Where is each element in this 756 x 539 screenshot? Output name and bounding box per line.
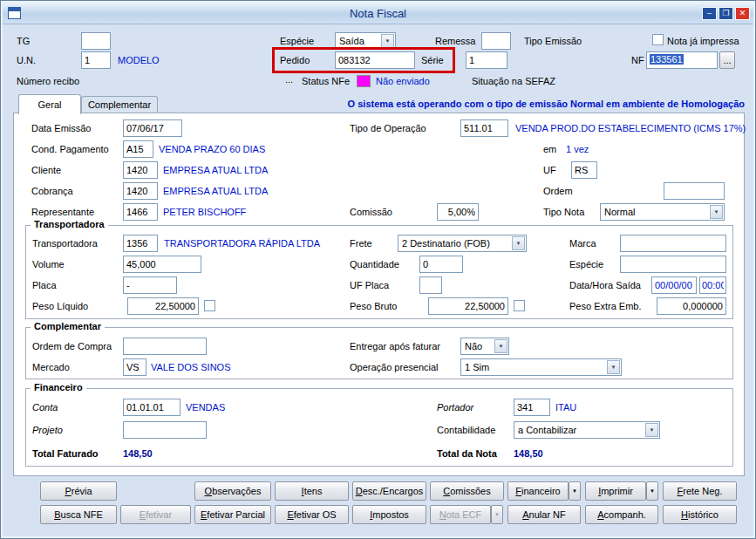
un-input[interactable]: [81, 51, 111, 69]
especie-label: Espécie: [280, 36, 314, 46]
tipo-operacao-desc: VENDA PROD.DO ESTABELECIMENTO (ICMS 17%): [515, 123, 746, 133]
acompanh-button[interactable]: Acompanh.: [585, 505, 658, 524]
cobranca-input[interactable]: [123, 182, 158, 200]
nf-label: NF: [631, 55, 644, 65]
chevron-down-icon[interactable]: ▼: [381, 34, 394, 48]
minimize-button[interactable]: –: [702, 7, 717, 20]
observacoes-button[interactable]: Observações: [194, 481, 271, 501]
frete-neg-button[interactable]: Frete Neg.: [663, 481, 737, 501]
financeiro-dropdown-button[interactable]: ▼: [569, 481, 581, 501]
projeto-input[interactable]: [123, 421, 207, 439]
cond-pagamento-desc: VENDA PRAZO 60 DIAS: [159, 144, 265, 154]
nf-input[interactable]: 133561: [646, 51, 718, 69]
tab-complementar[interactable]: Complementar: [81, 96, 158, 113]
maximize-button[interactable]: ❐: [719, 7, 733, 20]
contabilidade-label: Contabilidade: [437, 425, 495, 435]
anular-nf-button[interactable]: Anular NF: [507, 505, 581, 524]
ordem-compra-input[interactable]: [123, 338, 207, 355]
especie-emb-input[interactable]: [620, 256, 726, 273]
busca-nfe-button[interactable]: Busca NFE: [40, 505, 117, 524]
tg-input[interactable]: [81, 32, 111, 50]
nota-ja-impressa-label: Nota já impressa: [667, 36, 739, 46]
transportadora-group-title: Transportadora: [31, 219, 108, 229]
conta-label: Conta: [32, 402, 58, 413]
status-nfe-value: Não enviado: [376, 76, 430, 86]
tipo-operacao-label: Tipo de Operação: [350, 123, 426, 133]
titlebar[interactable]: Nota Fiscal – ❐ ✕: [3, 3, 753, 24]
uf-placa-input[interactable]: [419, 276, 442, 294]
peso-extra-input[interactable]: [657, 297, 726, 315]
especie-select[interactable]: Saída ▼: [335, 32, 396, 50]
data-saida-input[interactable]: [651, 276, 697, 294]
chevron-down-icon[interactable]: ▼: [512, 236, 525, 250]
tipo-emissao-label: Tipo Emissão: [524, 36, 582, 46]
numero-recibo-lookup[interactable]: ...: [285, 74, 293, 85]
entregar-apos-select[interactable]: Não ▼: [460, 338, 509, 355]
mercado-input[interactable]: [123, 358, 146, 376]
environment-banner: O sistema está operando com o tipo de em…: [219, 99, 745, 109]
uf-input[interactable]: [571, 161, 597, 179]
entregar-apos-label: Entregar após faturar: [350, 341, 440, 351]
operacao-presencial-value: 1 Sim: [465, 362, 489, 372]
cliente-input[interactable]: [123, 161, 158, 179]
cond-pagamento-input[interactable]: [123, 140, 153, 158]
comissao-label: Comissão: [350, 207, 392, 217]
serie-input[interactable]: [466, 51, 507, 69]
tab-geral[interactable]: Geral: [18, 94, 81, 114]
tipo-nota-select[interactable]: Normal ▼: [600, 203, 725, 221]
financeiro-button[interactable]: Financeiro: [507, 481, 569, 501]
chevron-down-icon[interactable]: ▼: [494, 339, 507, 353]
pedido-input[interactable]: [335, 51, 415, 69]
nota-fiscal-window: Nota Fiscal – ❐ ✕ TG Espécie Saída ▼ Rem…: [0, 0, 756, 539]
previa-button[interactable]: Prévia: [40, 481, 117, 501]
operacao-presencial-select[interactable]: 1 Sim ▼: [460, 358, 622, 376]
conta-input[interactable]: [123, 399, 180, 416]
ordem-label: Ordem: [543, 186, 573, 196]
quantidade-input[interactable]: [419, 256, 463, 273]
entregar-apos-value: Não: [465, 341, 482, 351]
nota-ja-impressa-checkbox[interactable]: [652, 34, 664, 45]
contabilidade-select[interactable]: a Contabilizar ▼: [514, 421, 660, 439]
representante-input[interactable]: [123, 203, 158, 221]
marca-input[interactable]: [620, 235, 726, 252]
transportadora-input[interactable]: [123, 235, 158, 252]
tg-label: TG: [17, 36, 30, 46]
chevron-down-icon[interactable]: ▼: [645, 423, 658, 437]
hora-saida-input[interactable]: [699, 276, 726, 294]
efetivar-os-button[interactable]: Efetivar OS: [275, 505, 349, 524]
data-emissao-label: Data Emissão: [31, 123, 91, 133]
chevron-down-icon[interactable]: ▼: [607, 360, 620, 374]
chevron-down-icon[interactable]: ▼: [710, 205, 723, 219]
itens-button[interactable]: Itens: [275, 481, 349, 501]
imprimir-button[interactable]: Imprimir: [585, 481, 646, 501]
frete-label: Frete: [350, 238, 372, 249]
peso-bruto-input[interactable]: [428, 297, 508, 315]
remessa-input[interactable]: [481, 32, 511, 50]
volume-input[interactable]: [123, 256, 201, 273]
close-button[interactable]: ✕: [735, 7, 750, 20]
em-value: 1 vez: [566, 144, 589, 154]
ordem-input[interactable]: [664, 182, 725, 200]
conta-desc: VENDAS: [186, 402, 225, 413]
historico-button[interactable]: Histórico: [663, 505, 737, 524]
portador-input[interactable]: [514, 399, 550, 416]
portador-label: Portador: [437, 402, 473, 413]
impostos-button[interactable]: Impostos: [352, 505, 426, 524]
peso-liquido-label: Peso Líquido: [32, 301, 88, 311]
desc-encargos-button[interactable]: Desc./Encargos: [352, 481, 426, 501]
frete-select[interactable]: 2 Destinatario (FOB) ▼: [398, 235, 527, 252]
comissoes-button[interactable]: Comissões: [430, 481, 504, 501]
peso-liquido-checkbox[interactable]: [204, 300, 215, 311]
portador-desc: ITAU: [555, 402, 576, 413]
efetivar-parcial-button[interactable]: Efetivar Parcial: [194, 505, 271, 524]
un-desc: MODELO: [118, 55, 160, 65]
placa-input[interactable]: [123, 276, 177, 294]
total-faturado-label: Total Faturado: [32, 448, 99, 459]
tipo-operacao-input[interactable]: [460, 119, 508, 137]
comissao-input[interactable]: [437, 203, 479, 221]
data-emissao-input[interactable]: [123, 119, 182, 137]
imprimir-dropdown-button[interactable]: ▼: [646, 481, 658, 501]
peso-liquido-input[interactable]: [127, 297, 199, 315]
peso-bruto-checkbox[interactable]: [514, 300, 525, 311]
nf-lookup-button[interactable]: ...: [719, 51, 735, 69]
